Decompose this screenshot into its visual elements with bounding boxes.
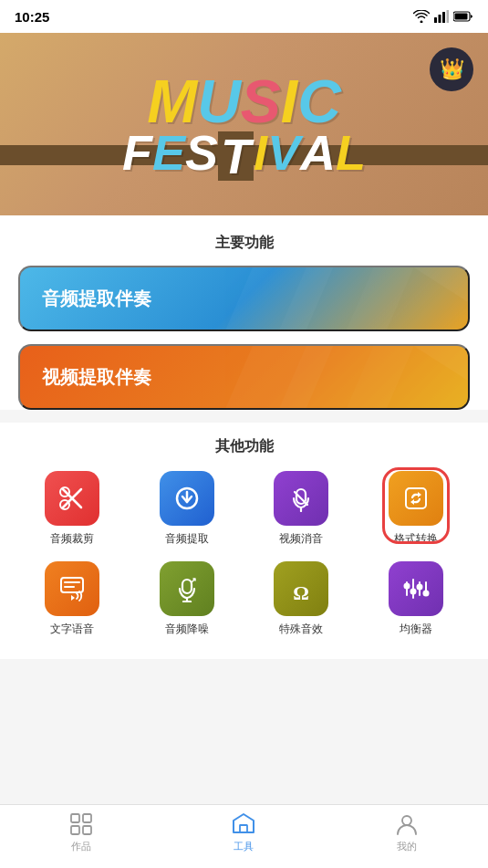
tool-text-voice[interactable]: 文字语音 [18, 561, 126, 637]
omega-icon: Ω [287, 575, 315, 602]
svg-rect-1 [439, 15, 441, 23]
convert-icon [402, 485, 430, 512]
crown-icon: 👑 [440, 58, 464, 81]
svg-point-32 [404, 583, 410, 590]
icon-grid: 音频裁剪 音频提取 视频消音 [18, 471, 470, 637]
profile-nav-icon [395, 812, 419, 836]
svg-rect-39 [71, 814, 79, 822]
bottom-nav: 作品 工具 我的 [0, 804, 488, 868]
equalizer-icon-box [389, 561, 443, 616]
tool-audio-cut[interactable]: 音频裁剪 [18, 471, 126, 547]
tool-audio-extract[interactable]: 音频提取 [133, 471, 241, 547]
audio-denoise-label: 音频降噪 [165, 622, 209, 637]
music-c: C [297, 71, 341, 131]
svg-rect-27 [182, 580, 192, 593]
text-voice-icon-box [45, 561, 99, 616]
format-convert-icon-box [389, 471, 443, 526]
equalizer-icon [402, 575, 430, 602]
audio-extract-label: 音频提取 [165, 531, 209, 547]
wifi-icon [413, 10, 430, 23]
svg-point-36 [417, 584, 423, 591]
video-btn-label: 视频提取伴奏 [42, 365, 151, 390]
audio-extract-btn[interactable]: 音频提取伴奏 [18, 266, 470, 331]
audio-btn-label: 音频提取伴奏 [42, 287, 151, 311]
tools-nav-icon [232, 812, 255, 836]
banner-title: M U S I C F E S T I V A L [122, 71, 366, 177]
music-m: M [147, 71, 197, 131]
other-section: 其他功能 音频裁剪 音频提取 [0, 423, 488, 659]
festival-e: E [152, 128, 185, 177]
denoise-icon [173, 575, 201, 602]
crown-badge[interactable]: 👑 [430, 47, 473, 91]
festival-s: S [185, 128, 218, 177]
svg-rect-5 [455, 14, 468, 20]
status-time: 10:25 [15, 9, 49, 25]
svg-rect-43 [240, 825, 247, 832]
tool-equalizer[interactable]: 均衡器 [362, 561, 470, 637]
signal-icon [434, 10, 449, 23]
svg-rect-40 [83, 814, 91, 822]
svg-rect-0 [434, 17, 437, 23]
audio-denoise-icon-box [160, 561, 214, 616]
music-i: I [281, 71, 297, 131]
status-icons [413, 10, 473, 23]
svg-rect-42 [83, 826, 91, 834]
audio-cut-icon-box [45, 471, 99, 526]
nav-works-label: 作品 [71, 840, 91, 853]
special-effect-label: 特殊音效 [279, 622, 323, 637]
tool-special-effect[interactable]: Ω 特殊音效 [248, 561, 356, 637]
nav-profile-label: 我的 [397, 840, 417, 853]
tool-video-mute[interactable]: 视频消音 [248, 471, 356, 547]
download-icon [173, 485, 201, 512]
svg-rect-3 [447, 10, 450, 23]
scissors-icon [58, 485, 86, 512]
special-effect-icon-box: Ω [274, 561, 328, 616]
nav-tools[interactable]: 工具 [162, 812, 325, 853]
music-u: U [197, 71, 241, 131]
svg-point-34 [410, 589, 417, 595]
festival-i: I [254, 128, 267, 177]
main-content: 主要功能 音频提取伴奏 视频提取伴奏 [0, 215, 488, 410]
nav-profile[interactable]: 我的 [326, 812, 488, 853]
mic-off-icon [287, 485, 315, 512]
status-bar: 10:25 [0, 0, 488, 33]
svg-point-38 [423, 591, 430, 597]
nav-works[interactable]: 作品 [0, 812, 162, 853]
banner: M U S I C F E S T I V A L 👑 [0, 33, 488, 215]
festival-f: F [122, 128, 152, 177]
audio-cut-label: 音频裁剪 [50, 531, 94, 547]
festival-v: V [267, 128, 300, 177]
text-to-speech-icon [58, 575, 86, 602]
svg-rect-2 [442, 12, 445, 23]
format-convert-label: 格式转换 [394, 531, 438, 547]
other-section-title: 其他功能 [18, 437, 470, 456]
main-section-title: 主要功能 [18, 234, 470, 253]
music-s: S [241, 71, 281, 131]
video-extract-btn[interactable]: 视频提取伴奏 [18, 344, 470, 410]
svg-rect-23 [406, 488, 426, 508]
battery-icon [453, 11, 473, 22]
text-voice-label: 文字语音 [50, 622, 94, 637]
svg-text:Ω: Ω [294, 581, 310, 602]
video-mute-icon-box [274, 471, 328, 526]
tool-audio-denoise[interactable]: 音频降噪 [133, 561, 241, 637]
audio-extract-icon-box [160, 471, 214, 526]
works-nav-icon [69, 812, 93, 836]
tool-format-convert[interactable]: 格式转换 [362, 471, 470, 547]
video-mute-label: 视频消音 [279, 531, 323, 547]
equalizer-label: 均衡器 [400, 622, 432, 637]
festival-a: A [300, 128, 336, 177]
svg-rect-24 [61, 578, 83, 592]
festival-t: T [218, 131, 254, 181]
svg-rect-41 [71, 826, 79, 834]
festival-l: L [336, 128, 366, 177]
nav-tools-label: 工具 [234, 840, 254, 853]
svg-point-44 [402, 816, 411, 825]
